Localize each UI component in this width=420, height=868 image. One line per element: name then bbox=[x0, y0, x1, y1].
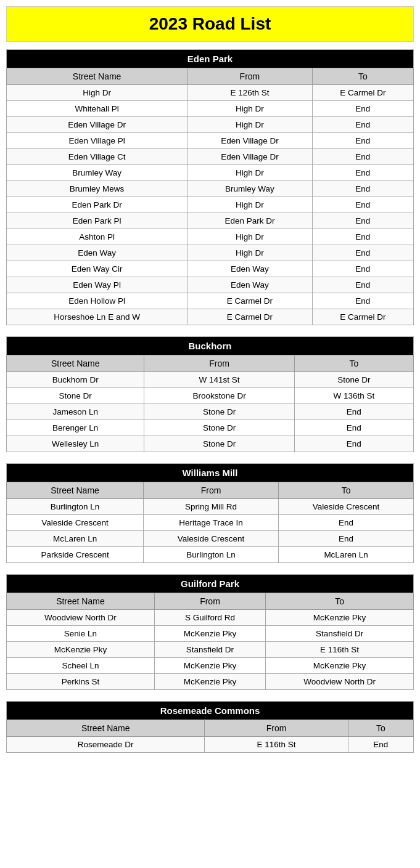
col-header-1-1: From bbox=[144, 355, 294, 372]
table-row: Burlington LnSpring Mill RdValeside Cres… bbox=[7, 499, 414, 515]
page-title: 2023 Road List bbox=[6, 6, 414, 42]
cell-1-0-2: Stone Dr bbox=[294, 372, 413, 388]
section-buckhorn: BuckhornStreet NameFromToBuckhorn DrW 14… bbox=[6, 336, 414, 452]
section-title-4: Rosemeade Commons bbox=[7, 702, 414, 720]
cell-0-2-2: End bbox=[312, 117, 413, 133]
table-row: Eden Park DrHigh DrEnd bbox=[7, 197, 414, 213]
col-header-4-1: From bbox=[205, 720, 348, 737]
table-row: Wellesley LnStone DrEnd bbox=[7, 436, 414, 452]
cell-2-0-2: Valeside Crescent bbox=[279, 499, 414, 515]
cell-0-7-0: Eden Park Dr bbox=[7, 197, 187, 213]
table-row: Jameson LnStone DrEnd bbox=[7, 404, 414, 420]
col-header-0-2: To bbox=[312, 68, 413, 85]
cell-0-8-1: Eden Park Dr bbox=[187, 213, 312, 229]
cell-1-3-2: End bbox=[294, 420, 413, 436]
cell-1-3-0: Berenger Ln bbox=[7, 420, 144, 436]
cell-0-12-0: Eden Way Pl bbox=[7, 277, 187, 293]
cell-3-4-0: Perkins St bbox=[7, 674, 155, 690]
cell-1-1-1: Brookstone Dr bbox=[144, 388, 294, 404]
section-title-2: Williams Mill bbox=[7, 464, 414, 482]
table-row: Rosemeade DrE 116th StEnd bbox=[7, 737, 414, 753]
cell-1-4-2: End bbox=[294, 436, 413, 452]
cell-1-2-1: Stone Dr bbox=[144, 404, 294, 420]
col-header-2-1: From bbox=[144, 482, 279, 499]
cell-1-4-1: Stone Dr bbox=[144, 436, 294, 452]
table-row: Eden Park PlEden Park DrEnd bbox=[7, 213, 414, 229]
cell-0-3-2: End bbox=[312, 133, 413, 149]
table-row: Buckhorn DrW 141st StStone Dr bbox=[7, 372, 414, 388]
cell-1-4-0: Wellesley Ln bbox=[7, 436, 144, 452]
cell-4-0-1: E 116th St bbox=[205, 737, 348, 753]
cell-0-13-2: End bbox=[312, 293, 413, 309]
col-header-3-2: To bbox=[266, 593, 414, 610]
cell-0-10-2: End bbox=[312, 245, 413, 261]
table-row: Berenger LnStone DrEnd bbox=[7, 420, 414, 436]
cell-0-9-2: End bbox=[312, 229, 413, 245]
table-row: Scheel LnMcKenzie PkyMcKenzie Pky bbox=[7, 658, 414, 674]
cell-0-12-1: Eden Way bbox=[187, 277, 312, 293]
col-header-3-1: From bbox=[154, 593, 265, 610]
cell-1-0-1: W 141st St bbox=[144, 372, 294, 388]
table-row: Eden Village DrHigh DrEnd bbox=[7, 117, 414, 133]
cell-0-11-1: Eden Way bbox=[187, 261, 312, 277]
cell-0-8-2: End bbox=[312, 213, 413, 229]
table-row: Brumley MewsBrumley WayEnd bbox=[7, 181, 414, 197]
cell-1-3-1: Stone Dr bbox=[144, 420, 294, 436]
col-header-2-2: To bbox=[279, 482, 414, 499]
cell-3-3-2: McKenzie Pky bbox=[266, 658, 414, 674]
cell-3-4-2: Woodview North Dr bbox=[266, 674, 414, 690]
cell-2-1-0: Valeside Crescent bbox=[7, 515, 144, 531]
table-row: Eden Way PlEden WayEnd bbox=[7, 277, 414, 293]
cell-2-2-0: McLaren Ln bbox=[7, 531, 144, 547]
cell-3-2-0: McKenzie Pky bbox=[7, 642, 155, 658]
section-title-0: Eden Park bbox=[7, 50, 414, 68]
table-row: Eden WayHigh DrEnd bbox=[7, 245, 414, 261]
col-header-1-0: Street Name bbox=[7, 355, 144, 372]
cell-4-0-2: End bbox=[348, 737, 413, 753]
cell-0-4-1: Eden Village Dr bbox=[187, 149, 312, 165]
cell-0-9-1: High Dr bbox=[187, 229, 312, 245]
table-row: Woodview North DrS Guilford RdMcKenzie P… bbox=[7, 610, 414, 626]
cell-1-2-0: Jameson Ln bbox=[7, 404, 144, 420]
cell-0-14-1: E Carmel Dr bbox=[187, 309, 312, 325]
cell-3-0-1: S Guilford Rd bbox=[154, 610, 265, 626]
table-row: High DrE 126th StE Carmel Dr bbox=[7, 85, 414, 101]
col-header-4-2: To bbox=[348, 720, 413, 737]
cell-0-3-1: Eden Village Dr bbox=[187, 133, 312, 149]
cell-2-0-0: Burlington Ln bbox=[7, 499, 144, 515]
cell-0-0-1: E 126th St bbox=[187, 85, 312, 101]
col-header-2-0: Street Name bbox=[7, 482, 144, 499]
cell-0-6-1: Brumley Way bbox=[187, 181, 312, 197]
cell-1-0-0: Buckhorn Dr bbox=[7, 372, 144, 388]
cell-0-11-0: Eden Way Cir bbox=[7, 261, 187, 277]
cell-0-6-2: End bbox=[312, 181, 413, 197]
cell-2-1-2: End bbox=[279, 515, 414, 531]
col-header-1-2: To bbox=[294, 355, 413, 372]
table-row: McKenzie PkyStansfield DrE 116th St bbox=[7, 642, 414, 658]
cell-3-4-1: McKenzie Pky bbox=[154, 674, 265, 690]
cell-0-11-2: End bbox=[312, 261, 413, 277]
cell-3-1-0: Senie Ln bbox=[7, 626, 155, 642]
cell-0-6-0: Brumley Mews bbox=[7, 181, 187, 197]
cell-2-2-2: End bbox=[279, 531, 414, 547]
cell-0-7-2: End bbox=[312, 197, 413, 213]
section-williams-mill: Williams MillStreet NameFromToBurlington… bbox=[6, 463, 414, 563]
section-rosemeade-commons: Rosemeade CommonsStreet NameFromToRoseme… bbox=[6, 701, 414, 753]
cell-1-1-2: W 136th St bbox=[294, 388, 413, 404]
cell-0-14-0: Horseshoe Ln E and W bbox=[7, 309, 187, 325]
cell-0-2-0: Eden Village Dr bbox=[7, 117, 187, 133]
cell-0-4-2: End bbox=[312, 149, 413, 165]
cell-3-3-0: Scheel Ln bbox=[7, 658, 155, 674]
cell-0-7-1: High Dr bbox=[187, 197, 312, 213]
cell-2-3-1: Burlington Ln bbox=[144, 547, 279, 563]
table-row: Horseshoe Ln E and WE Carmel DrE Carmel … bbox=[7, 309, 414, 325]
table-row: Parkside CrescentBurlington LnMcLaren Ln bbox=[7, 547, 414, 563]
table-row: McLaren LnValeside CrescentEnd bbox=[7, 531, 414, 547]
cell-0-4-0: Eden Village Ct bbox=[7, 149, 187, 165]
table-row: Eden Village CtEden Village DrEnd bbox=[7, 149, 414, 165]
col-header-0-0: Street Name bbox=[7, 68, 187, 85]
cell-1-2-2: End bbox=[294, 404, 413, 420]
col-header-0-1: From bbox=[187, 68, 312, 85]
cell-0-2-1: High Dr bbox=[187, 117, 312, 133]
cell-0-10-1: High Dr bbox=[187, 245, 312, 261]
